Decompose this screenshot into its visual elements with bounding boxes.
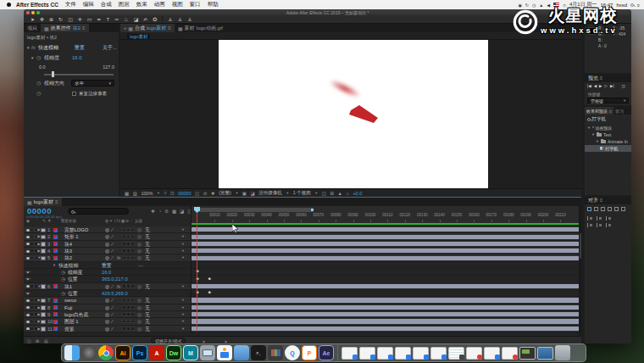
layer-name[interactable]: 图层 1 <box>64 318 78 324</box>
snapshot-icon[interactable]: ◫ <box>195 191 199 196</box>
zoom-level[interactable]: 100% <box>141 191 153 196</box>
label-color-swatch[interactable] <box>41 320 46 325</box>
preview-panel-header[interactable]: 预览 ≡ <box>585 75 631 82</box>
layer-duration-bar[interactable] <box>192 305 579 310</box>
last-frame-button[interactable]: ▶| <box>610 84 614 88</box>
collapse-icon-1[interactable]: ▲ <box>202 338 206 343</box>
channels-select[interactable]: (完整) <box>219 190 231 196</box>
dock-document-2[interactable] <box>377 347 393 360</box>
dock-icon-dreamweaver[interactable]: Dw <box>166 345 181 360</box>
parent-select[interactable]: 无 <box>145 233 150 239</box>
hand-tool[interactable]: ✥ <box>40 16 44 22</box>
layer-row-完整LOGO[interactable]: ▶1完整LOGO◍∕◎无▼ <box>24 226 579 233</box>
dock-document-8[interactable] <box>484 347 500 360</box>
layer-duration-bar[interactable] <box>192 249 579 253</box>
zoom-tool[interactable]: ⊕ <box>49 16 53 22</box>
dock-icon-quicktime[interactable]: Q <box>285 345 300 360</box>
layer-name[interactable]: 完整LOGO <box>64 226 88 232</box>
dock-document-4[interactable] <box>413 347 429 360</box>
menu-item-0[interactable]: 文件 <box>65 1 76 8</box>
distribute-icon[interactable] <box>606 223 611 227</box>
timeline-scrollbar[interactable] <box>579 206 581 336</box>
dock-document-10[interactable] <box>519 347 536 360</box>
align-icon-5[interactable] <box>621 207 625 211</box>
puppet-pin-tool[interactable]: ✪ <box>153 16 157 22</box>
exposure-value[interactable]: +0.0 <box>353 191 362 196</box>
menu-item-2[interactable]: 合成 <box>101 1 112 8</box>
collapse-icon-2[interactable]: ▲ <box>224 338 228 343</box>
brush-tool[interactable]: ✑ <box>114 16 119 22</box>
label-color-swatch[interactable] <box>41 284 46 289</box>
distribute-icon[interactable] <box>587 223 592 227</box>
keyframe-navigator[interactable]: ‹◆› <box>25 290 31 296</box>
effect-row[interactable]: ▼快速模糊重置— <box>24 262 579 269</box>
layer-duration-bar[interactable] <box>192 235 579 239</box>
eraser-tool[interactable]: ◪ <box>134 16 139 22</box>
comp-breadcrumb[interactable]: logo素材 <box>127 34 150 40</box>
menu-item-5[interactable]: 动画 <box>154 1 165 8</box>
label-color-swatch[interactable] <box>41 249 46 254</box>
timeline-ruler-area[interactable]: 0001000020000300004000050000600007000080… <box>191 206 579 225</box>
always-preview-icon[interactable]: ▦ <box>125 191 129 196</box>
dock-icon-acrobat[interactable]: A <box>149 345 164 360</box>
dock-icon-illustrator[interactable]: Ai <box>115 345 130 360</box>
dock-document-3[interactable] <box>395 347 411 360</box>
prev-frame-button[interactable]: ◀ <box>594 84 597 88</box>
layer-row-logo白色底[interactable]: ▶9logo白色底◍∕◎无▼ <box>24 311 579 318</box>
preset-tree-item-3[interactable]: ◧打字机 <box>585 145 631 152</box>
property-value[interactable]: 16.0 <box>102 269 111 275</box>
layer-name[interactable]: 背景 <box>64 326 75 332</box>
blurriness-slider-handle[interactable] <box>52 71 54 77</box>
composition-canvas[interactable] <box>219 40 488 188</box>
app-menu-title[interactable]: After Effects CC <box>16 2 58 8</box>
flowchart-icon[interactable]: ⌂ <box>347 191 349 196</box>
property-row-位置[interactable]: ‹◆›◷位置429.5,269.0◆◆ <box>24 290 579 297</box>
dock-icon-terminal[interactable]: >_ <box>251 345 266 360</box>
next-frame-button[interactable]: ▷ <box>605 84 608 88</box>
align-icon-0[interactable] <box>587 207 591 211</box>
selection-tool[interactable]: ➤ <box>31 16 35 22</box>
expand-layer-switches-icon[interactable]: ◫ <box>27 338 31 343</box>
timeline-icon[interactable]: ▲ <box>338 191 342 196</box>
dock-icon-chrome[interactable] <box>98 345 114 360</box>
menu-item-1[interactable]: 编辑 <box>83 1 94 8</box>
channels-icon[interactable]: ❖ <box>211 191 215 196</box>
shortcut-dropdown[interactable]: 空格键▼ <box>587 98 629 103</box>
effect-reset-link[interactable]: 重置 <box>102 262 112 268</box>
align-icon-4[interactable] <box>614 207 619 211</box>
repeat-edge-checkbox[interactable] <box>72 92 76 96</box>
layer-duration-bar[interactable] <box>192 284 579 288</box>
draft-3d-icon[interactable]: ◔ <box>158 209 161 214</box>
eye-icon[interactable] <box>26 299 30 302</box>
dock-icon-displays[interactable] <box>200 345 215 360</box>
preset-tree-item-1[interactable]: ▼Text <box>585 131 631 138</box>
dock-document-1[interactable] <box>359 347 375 360</box>
layer-name[interactable]: 块3 <box>64 248 72 254</box>
rotation-tool[interactable]: ↻ <box>58 16 63 22</box>
layer-duration-bar[interactable] <box>192 242 579 246</box>
effect-reset-button[interactable]: 重置 <box>75 44 85 52</box>
layer-row-块2[interactable]: ▼5块2◍∕fx◎无▼ <box>24 254 579 261</box>
distribute-icon[interactable] <box>597 216 602 221</box>
layer-row-Fuji[interactable]: ▶8Fuji◍∕◎无▼ <box>24 304 579 311</box>
layer-duration-bar[interactable] <box>192 327 579 331</box>
dock-icon-photoshop[interactable]: Ps <box>132 345 147 360</box>
eye-icon[interactable] <box>26 285 30 288</box>
pixel-aspect-icon[interactable]: ◫ <box>322 191 326 196</box>
parent-select[interactable]: 无 <box>145 326 150 332</box>
menu-item-7[interactable]: 窗口 <box>190 1 201 8</box>
layer-row-块4[interactable]: ▶3块4◍∕◎无▼ <box>24 241 579 248</box>
tab-timeline[interactable]: ▦logo素材≡ <box>24 198 62 206</box>
parent-select[interactable]: 无 <box>145 248 150 254</box>
menu-item-3[interactable]: 图层 <box>119 1 130 8</box>
property-name[interactable]: 模糊度 <box>68 269 82 275</box>
view-layout-select[interactable]: 1 个视图 <box>293 190 311 196</box>
dock-icon-media-window[interactable] <box>268 345 283 360</box>
preset-tree-item-2[interactable]: ▼Animate In <box>585 138 631 145</box>
play-button[interactable]: ▶ <box>599 84 602 88</box>
parent-select[interactable]: 无 <box>145 254 150 260</box>
expand-transfer-controls-icon[interactable]: ⊞ <box>36 338 39 343</box>
tab-effect-controls[interactable]: ▦效果控件块2≡ <box>41 24 89 32</box>
pan-behind-tool[interactable]: ✛ <box>78 16 82 22</box>
comp-viewport[interactable] <box>120 40 581 188</box>
